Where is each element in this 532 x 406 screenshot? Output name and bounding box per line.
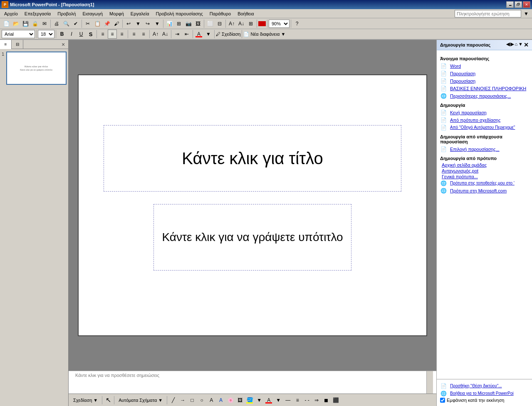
font-color-dropdown[interactable]: ▼	[204, 30, 213, 39]
slides-tab[interactable]: ≡	[0, 40, 12, 49]
font-color-picker[interactable]: A	[194, 30, 203, 39]
font-color-tool2[interactable]: A	[264, 396, 273, 405]
clipart-tool[interactable]: 🌸	[226, 396, 235, 405]
font-color-down[interactable]: A↓	[161, 30, 170, 39]
rp-link-wizard-label[interactable]: Από "Οδηγό Αυτόματου Περιεχομε"	[448, 125, 515, 130]
save-button[interactable]: 💾	[21, 19, 30, 28]
line-style-tool[interactable]: ≡	[293, 396, 302, 405]
search-button[interactable]: ▼	[521, 9, 531, 18]
fill-color-dropdown[interactable]: ▼	[255, 396, 264, 405]
design-toggle[interactable]: 🖊 Σχεδίαση	[216, 32, 240, 37]
select-arrow-button[interactable]: ↖	[104, 396, 113, 405]
print-button[interactable]: 🖨	[52, 19, 61, 28]
rp-link-basics[interactable]: 📄 ΒΑΣΙΚΕΣ ΕΝΝΟΙΕΣ ΠΛΗΡΟΦΟΡΙΚΗ	[440, 85, 529, 92]
rp-link-pres2[interactable]: 📄 Παρουσίαση	[440, 78, 529, 84]
rp-link-pres1-label[interactable]: Παρουσίαση	[448, 71, 475, 76]
right-panel-menu-icon[interactable]: ▼	[518, 42, 523, 48]
rp-link-pres1[interactable]: 📄 Παρουσίαση	[440, 70, 529, 77]
rp-link-locations-label[interactable]: Πρότυπα στις τοποθεσίες μου στο '	[448, 181, 515, 185]
layout-btn2[interactable]: ⊟	[215, 19, 224, 28]
align-center-button[interactable]: ≡	[108, 30, 117, 39]
close-button[interactable]: ✕	[523, 1, 530, 8]
right-panel-close-icon[interactable]: ✕	[524, 42, 529, 48]
layout-btn[interactable]: ⬜	[205, 19, 215, 28]
table-button[interactable]: ⊞	[174, 19, 183, 28]
outline-tab[interactable]: ⊟	[12, 40, 23, 49]
rp-link-wizard[interactable]: 📄 Από "Οδηγό Αυτόματου Περιεχομε"	[440, 124, 529, 131]
rp-link-word-label[interactable]: Word	[448, 64, 461, 69]
slide-canvas[interactable]: Κάντε κλικ για τίτλο Κάντε κλικ για να γ…	[78, 74, 427, 336]
redo-button[interactable]: ↪	[143, 19, 152, 28]
rp-link-more-label[interactable]: Περισσότερες παρουσιάσεις...	[448, 94, 511, 98]
new-button[interactable]: 📄	[2, 19, 11, 28]
shadow-style-tool[interactable]: ◼	[322, 396, 331, 405]
menu-provolh-par[interactable]: Προβολή παρουσίασης	[153, 10, 206, 17]
format-painter[interactable]: 🖌	[112, 19, 121, 28]
subtitle-textbox[interactable]: Κάντε κλικ για να γράψετε υπότιτλο	[153, 204, 351, 271]
rp-link-choose-label[interactable]: Επιλογή παρουσίασης...	[448, 147, 500, 152]
rp-link-mscom-label[interactable]: Πρότυπα στη Microsoft.com	[448, 188, 507, 193]
dash-style-tool[interactable]: - -	[302, 396, 312, 405]
help-btn[interactable]: ?	[292, 19, 302, 28]
ellipse-tool[interactable]: ○	[197, 396, 206, 405]
minimize-button[interactable]: 🗕	[506, 1, 514, 8]
menu-morfh[interactable]: Μορφή	[106, 10, 127, 17]
shadow-button[interactable]: S	[86, 30, 95, 39]
rp-link-empty[interactable]: 📄 Κενή παρουσίαση	[440, 109, 529, 116]
rp-link-competition[interactable]: Ανταγωνισμός.pot	[440, 168, 529, 173]
indent-increase[interactable]: ⇥	[173, 30, 182, 39]
chart-button[interactable]: 📊	[165, 19, 174, 28]
wordart-tool[interactable]: A	[216, 396, 225, 405]
rp-link-pres2-label[interactable]: Παρουσίαση	[448, 79, 475, 84]
right-panel-back-icon[interactable]: ◀	[506, 42, 510, 48]
rp-link-mscom[interactable]: 🌐 Πρότυπα στη Microsoft.com	[440, 187, 529, 194]
menu-parathyro[interactable]: Παράθυρο	[206, 10, 234, 17]
insert-btn[interactable]: 📷	[184, 19, 193, 28]
rp-link-word[interactable]: 📄 Word	[440, 63, 529, 69]
indent-decrease[interactable]: ⇤	[182, 30, 191, 39]
title-textbox[interactable]: Κάντε κλικ για τίτλο	[104, 125, 401, 192]
arrow-style-tool[interactable]: ⇒	[312, 396, 321, 405]
font-decrease[interactable]: A↓	[237, 19, 246, 28]
color-btn[interactable]	[258, 21, 266, 26]
search-input[interactable]	[455, 10, 521, 17]
align-left-button[interactable]: ≡	[98, 30, 107, 39]
notes-input[interactable]	[72, 371, 426, 394]
rp-link-choose[interactable]: 📄 Επιλογή παρουσίασης...	[440, 146, 529, 153]
undo-button[interactable]: ↩	[124, 19, 133, 28]
menu-epexergasia[interactable]: Επεξεργασία	[21, 10, 54, 17]
rp-link-empty-label[interactable]: Κενή παρουσίαση	[448, 110, 487, 115]
rp-link-more[interactable]: 🌐 Περισσότερες παρουσιάσεις...	[440, 93, 529, 99]
email-button[interactable]: ✉	[40, 19, 49, 28]
print-preview-button[interactable]: 🔍	[62, 19, 71, 28]
cut-button[interactable]: ✂	[83, 19, 92, 28]
rp-link-template[interactable]: 📄 Από πρότυπο σχεδίασης	[440, 117, 529, 123]
font-name-select[interactable]: Arial	[2, 30, 35, 38]
rp-link-homepage[interactable]: Αρχική σελίδα ομάδας	[440, 162, 529, 167]
slide-thumbnail-1[interactable]: Κάντε κλικ για τίτλο Κάντε κλικ για να γ…	[6, 52, 67, 85]
new-slide-btn[interactable]: 📄 Νέα διαφάνεια ▼	[243, 32, 285, 37]
align-right-button[interactable]: ≡	[117, 30, 126, 39]
font-increase[interactable]: A↑	[227, 19, 236, 28]
fill-color-tool[interactable]: 🪣	[245, 396, 254, 405]
zoom-select[interactable]: 90%	[269, 20, 290, 28]
open-button[interactable]: 📂	[11, 19, 20, 28]
copy-button[interactable]: 📋	[93, 19, 102, 28]
picture-tool[interactable]: 🖼	[235, 396, 245, 405]
undo-dropdown[interactable]: ▼	[134, 19, 143, 28]
auto-shapes-button[interactable]: Αυτόματα Σχήματα ▼	[116, 397, 166, 404]
right-panel-fwd-icon[interactable]: ▶	[510, 42, 514, 48]
font-color-dropdown2[interactable]: ▼	[274, 396, 283, 405]
rp-footer-link2-label[interactable]: Βοήθεια για το Microsoft PowerPoi	[448, 391, 514, 396]
textbox-tool[interactable]: A	[207, 396, 216, 405]
rp-link-basics-label[interactable]: ΒΑΣΙΚΕΣ ΕΝΝΟΙΕΣ ΠΛΗΡΟΦΟΡΙΚΗ	[448, 86, 526, 91]
panel-close-button[interactable]: ×	[59, 40, 67, 49]
redo-dropdown[interactable]: ▼	[153, 19, 162, 28]
rp-link-template-label[interactable]: Από πρότυπο σχεδίασης	[448, 118, 500, 123]
menu-arxeio[interactable]: Αρχείο	[1, 10, 21, 17]
slide-list-item-1[interactable]: 1 Κάντε κλικ για τίτλο Κάντε κλικ για να…	[2, 51, 67, 86]
restore-button[interactable]: 🗗	[515, 1, 522, 8]
bold-button[interactable]: B	[57, 30, 67, 39]
insert-btn2[interactable]: 🖼	[193, 19, 203, 28]
menu-provolh[interactable]: Προβολή	[54, 10, 79, 17]
